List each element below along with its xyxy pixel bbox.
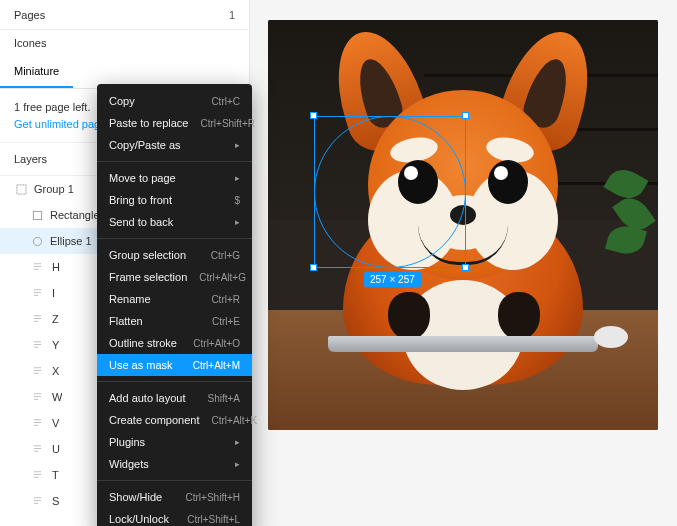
text-icon [30,287,44,300]
menu-separator [97,161,252,162]
menu-item-shortcut: Ctrl+G [211,250,240,261]
menu-item-label: Outline stroke [109,337,177,349]
text-icon [30,313,44,326]
menu-item-send-to-back[interactable]: Send to back▸ [97,211,252,233]
layer-label: V [52,417,59,429]
text-icon [30,469,44,482]
menu-item-shortcut: $ [234,195,240,206]
menu-item-shortcut: Shift+A [207,393,240,404]
ellipse-icon [30,234,44,248]
menu-item-bring-to-front[interactable]: Bring to front$ [97,189,252,211]
menu-item-group-selection[interactable]: Group selectionCtrl+G [97,244,252,266]
artboard-image[interactable]: 257 × 257 [268,20,658,430]
menu-item-shortcut: Ctrl+E [212,316,240,327]
selection-handle[interactable] [310,264,317,271]
layer-label: Z [52,313,59,325]
menu-item-shortcut: Ctrl+Shift+H [186,492,240,503]
menu-item-frame-selection[interactable]: Frame selectionCtrl+Alt+G [97,266,252,288]
menu-item-shortcut: Ctrl+Alt+G [199,272,246,283]
text-icon [30,365,44,378]
menu-item-shortcut: Ctrl+C [211,96,240,107]
menu-item-label: Group selection [109,249,186,261]
pages-label: Pages [14,9,45,21]
text-icon [30,391,44,404]
layer-label: S [52,495,59,507]
selection-handle[interactable] [310,112,317,119]
layer-label: U [52,443,60,455]
menu-item-label: Flatten [109,315,143,327]
chevron-right-icon: ▸ [235,459,240,469]
page-item[interactable]: Icones [0,30,249,56]
menu-item-show-hide[interactable]: Show/HideCtrl+Shift+H [97,486,252,508]
canvas[interactable]: 257 × 257 [250,0,677,526]
menu-item-label: Copy [109,95,135,107]
menu-item-label: Use as mask [109,359,173,371]
menu-item-rename[interactable]: RenameCtrl+R [97,288,252,310]
text-icon [30,261,44,274]
menu-item-widgets[interactable]: Widgets▸ [97,453,252,475]
menu-item-label: Paste to replace [109,117,189,129]
menu-item-label: Create component [109,414,200,426]
layer-label: T [52,469,59,481]
menu-item-add-auto-layout[interactable]: Add auto layoutShift+A [97,387,252,409]
menu-separator [97,480,252,481]
menu-item-label: Add auto layout [109,392,185,404]
menu-item-copy-paste-as[interactable]: Copy/Paste as▸ [97,134,252,156]
chevron-right-icon: ▸ [235,217,240,227]
menu-item-shortcut: Ctrl+Alt+K [212,415,258,426]
chevron-right-icon: ▸ [235,173,240,183]
layer-label: X [52,365,59,377]
text-icon [30,339,44,352]
chevron-right-icon: ▸ [235,140,240,150]
group-icon [14,182,28,196]
selection-dimensions: 257 × 257 [364,272,421,287]
layer-label: Group 1 [34,183,74,195]
layer-label: Y [52,339,59,351]
menu-item-use-as-mask[interactable]: Use as maskCtrl+Alt+M [97,354,252,376]
layer-label: I [52,287,55,299]
svg-point-2 [33,237,41,245]
menu-item-lock-unlock[interactable]: Lock/UnlockCtrl+Shift+L [97,508,252,526]
selection-handle[interactable] [462,264,469,271]
layer-label: W [52,391,62,403]
menu-item-label: Move to page [109,172,176,184]
layer-label: H [52,261,60,273]
menu-item-label: Widgets [109,458,149,470]
tab-miniature[interactable]: Miniature [0,56,73,88]
menu-separator [97,238,252,239]
menu-separator [97,381,252,382]
text-icon [30,443,44,456]
svg-rect-1 [33,211,41,219]
menu-item-label: Frame selection [109,271,187,283]
menu-item-flatten[interactable]: FlattenCtrl+E [97,310,252,332]
pages-header[interactable]: Pages 1 [0,0,249,30]
menu-item-shortcut: Ctrl+Shift+L [187,514,240,525]
menu-item-label: Bring to front [109,194,172,206]
menu-item-label: Send to back [109,216,173,228]
text-icon [30,417,44,430]
menu-item-shortcut: Ctrl+R [211,294,240,305]
menu-item-paste-to-replace[interactable]: Paste to replaceCtrl+Shift+R [97,112,252,134]
menu-item-shortcut: Ctrl+Alt+M [193,360,240,371]
rect-icon [30,208,44,222]
context-menu: CopyCtrl+CPaste to replaceCtrl+Shift+RCo… [97,84,252,526]
chevron-right-icon: ▸ [235,437,240,447]
pages-count: 1 [229,9,235,21]
menu-item-move-to-page[interactable]: Move to page▸ [97,167,252,189]
menu-item-label: Rename [109,293,151,305]
menu-item-shortcut: Ctrl+Shift+R [201,118,255,129]
menu-item-label: Show/Hide [109,491,162,503]
layer-label: Ellipse 1 [50,235,92,247]
selection-bounds[interactable]: 257 × 257 [314,116,466,268]
menu-item-label: Plugins [109,436,145,448]
svg-rect-0 [16,184,25,193]
menu-item-shortcut: Ctrl+Alt+O [193,338,240,349]
selection-handle[interactable] [462,112,469,119]
menu-item-create-component[interactable]: Create componentCtrl+Alt+K [97,409,252,431]
menu-item-label: Lock/Unlock [109,513,169,525]
menu-item-plugins[interactable]: Plugins▸ [97,431,252,453]
menu-item-copy[interactable]: CopyCtrl+C [97,90,252,112]
text-icon [30,495,44,508]
menu-item-label: Copy/Paste as [109,139,181,151]
menu-item-outline-stroke[interactable]: Outline strokeCtrl+Alt+O [97,332,252,354]
